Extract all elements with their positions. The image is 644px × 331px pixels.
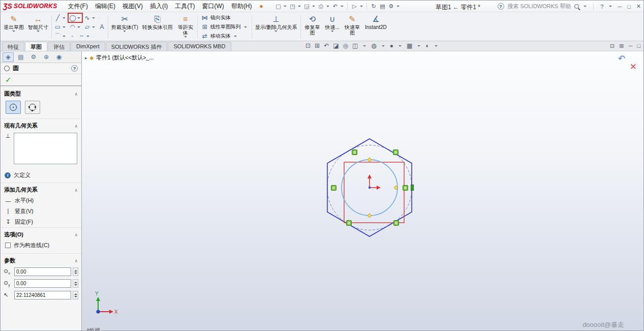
center-y-stepper[interactable] — [73, 279, 78, 288]
construction-tool-button[interactable]: ╌ — [78, 32, 91, 40]
instant2d-button[interactable]: ∡ Instant2D — [363, 13, 389, 41]
relation-badge[interactable]: 0 — [352, 149, 357, 155]
options-caret-icon[interactable] — [396, 6, 400, 7]
center-y-input[interactable] — [15, 281, 71, 286]
offset-caret-icon[interactable] — [184, 36, 187, 38]
graphics-area[interactable]: ▸ ◆ 零件1 (默认<<默认>_... ↶ ✕ — [82, 51, 643, 331]
tab-evaluate[interactable]: 评估 — [48, 42, 70, 51]
display-relations-button[interactable]: ⊥ 显示/删除几何关系 — [253, 13, 299, 41]
quick-snaps-button[interactable]: ∪ 快速... — [323, 13, 342, 41]
configurationmanager-tab[interactable]: ⚙ — [28, 52, 39, 62]
sketch-origin[interactable] — [367, 174, 381, 190]
pane-tile-icon[interactable]: ⊞ — [619, 43, 624, 49]
smart-dimension-button[interactable]: ↔ 智能尺寸 — [26, 13, 50, 41]
display-relations-caret-icon[interactable] — [274, 31, 278, 32]
new-caret-icon[interactable] — [284, 6, 287, 7]
rebuild-icon[interactable]: ↻ — [370, 3, 378, 10]
view-orientation-icon[interactable]: ◫ — [352, 42, 358, 49]
circle-tool-button[interactable]: ◯ — [69, 14, 82, 22]
rapid-sketch-button[interactable]: ✎ 快速草图 — [342, 13, 363, 41]
collapse-chevron-icon[interactable]: ∧ — [74, 258, 78, 263]
options-gear-icon[interactable]: ⚙ — [387, 3, 395, 10]
point-tool-button[interactable]: ◦ — [69, 32, 76, 40]
pane-split-icon[interactable]: ⊡ — [610, 43, 615, 49]
text-tool-button[interactable]: A — [98, 23, 106, 31]
linear-pattern-button[interactable]: ⊞ 线性草图阵列 — [200, 23, 250, 32]
rectangle-caret-icon[interactable] — [63, 26, 66, 28]
arc-caret-icon[interactable] — [77, 26, 80, 28]
fillet-caret-icon[interactable] — [63, 36, 66, 37]
collapse-chevron-icon[interactable]: ∧ — [74, 232, 78, 237]
apply-scene-caret-icon[interactable] — [417, 45, 420, 47]
menu-help[interactable]: 帮助(H) — [228, 1, 256, 12]
search-caret-icon[interactable] — [584, 6, 587, 7]
circle-caret-icon[interactable] — [77, 17, 80, 19]
dimxpertmanager-tab[interactable]: ⊕ — [41, 52, 52, 62]
relation-badge[interactable]: 0 — [393, 220, 399, 226]
print-caret-icon[interactable] — [326, 6, 329, 7]
point-handle[interactable] — [367, 158, 372, 162]
spline-tool-button[interactable]: ∿ — [83, 14, 97, 22]
trim-caret-icon[interactable] — [123, 31, 126, 32]
propertymanager-tab[interactable]: ▤ — [15, 52, 26, 62]
new-document-icon[interactable]: ▢ — [274, 3, 282, 10]
slot-tool-button[interactable]: ▱ — [83, 23, 97, 31]
dynamic-annotation-icon[interactable]: ◎ — [343, 42, 348, 49]
options-header[interactable]: 选项(O) ∧ — [1, 228, 81, 240]
center-circle-button[interactable] — [6, 101, 21, 114]
display-style-icon[interactable]: ◍ — [371, 42, 376, 49]
select-caret-icon[interactable] — [360, 6, 363, 7]
open-icon[interactable]: ◳ — [288, 3, 296, 10]
slot-caret-icon[interactable] — [92, 26, 95, 28]
collapse-chevron-icon[interactable]: ∧ — [74, 188, 78, 193]
trim-entities-button[interactable]: ✂ 剪裁实体(T) — [109, 13, 140, 41]
relation-badge[interactable]: 0 — [331, 185, 336, 191]
menu-pin-icon[interactable]: ◆ — [260, 4, 263, 9]
display-style-caret-icon[interactable] — [382, 45, 385, 47]
undo-icon[interactable]: ↶ — [331, 3, 339, 10]
menu-view[interactable]: 视图(V) — [119, 1, 146, 12]
relation-fix[interactable]: ↧ 固定(F) — [1, 217, 81, 227]
pm-help-icon[interactable]: ? — [71, 65, 78, 72]
relation-badge[interactable]: 0 — [403, 185, 408, 191]
help-circle-icon[interactable]: ? — [498, 3, 504, 10]
center-x-stepper[interactable] — [73, 267, 78, 276]
linear-pattern-caret-icon[interactable] — [244, 26, 247, 28]
relation-badge[interactable]: 0 — [346, 220, 352, 226]
sketch-rectangle[interactable] — [344, 162, 404, 223]
relations-listbox[interactable] — [14, 133, 77, 164]
select-icon[interactable]: ▷ — [350, 3, 358, 10]
featuremanager-tab[interactable]: ◈ — [3, 52, 14, 62]
collapse-chevron-icon[interactable]: ∧ — [74, 92, 78, 97]
mirror-entities-button[interactable]: ⋈ 镜向实体 — [200, 14, 250, 22]
radius-input[interactable] — [15, 292, 71, 298]
existing-relations-header[interactable]: 现有几何关系 ∧ — [1, 119, 81, 131]
search-icon[interactable] — [574, 4, 579, 9]
doc-minimize-icon[interactable]: ─ — [629, 43, 633, 49]
construction-checkbox[interactable] — [5, 243, 11, 248]
fillet-tool-button[interactable]: ⌒ — [54, 32, 67, 40]
relation-horizontal[interactable]: ― 水平(H) — [1, 195, 81, 206]
construction-caret-icon[interactable] — [86, 36, 89, 37]
move-entities-button[interactable]: ⇄ 移动实体 — [200, 32, 250, 41]
menu-window[interactable]: 窗口(W) — [199, 1, 228, 12]
circle-type-header[interactable]: 圆类型 ∧ — [1, 87, 81, 99]
save-caret-icon[interactable] — [312, 6, 315, 7]
offset-entities-button[interactable]: ≡ 等距实体 — [175, 13, 196, 41]
displaymanager-tab[interactable]: ◉ — [53, 52, 65, 62]
previous-view-icon[interactable]: ↶ — [324, 42, 329, 49]
help-menu-icon[interactable]: ? — [599, 4, 604, 10]
undo-caret-icon[interactable] — [341, 6, 344, 7]
parameters-header[interactable]: 参数 ∧ — [1, 254, 81, 266]
doc-maximize-icon[interactable]: □ — [637, 43, 640, 49]
view-settings-icon[interactable]: ◐ — [425, 42, 429, 49]
search-input[interactable]: 搜索 SOLIDWORKS 帮助 — [508, 3, 571, 10]
apply-scene-icon[interactable]: ▦ — [407, 42, 412, 49]
rectangle-tool-button[interactable]: ▭ — [54, 23, 67, 31]
vertex-handle[interactable] — [411, 185, 414, 191]
view-orientation-caret-icon[interactable] — [363, 45, 366, 47]
save-icon[interactable]: ◲ — [302, 3, 311, 10]
spline-caret-icon[interactable] — [92, 17, 95, 19]
line-caret-icon[interactable] — [63, 17, 66, 19]
zoom-area-icon[interactable]: ⊞ — [315, 42, 320, 49]
